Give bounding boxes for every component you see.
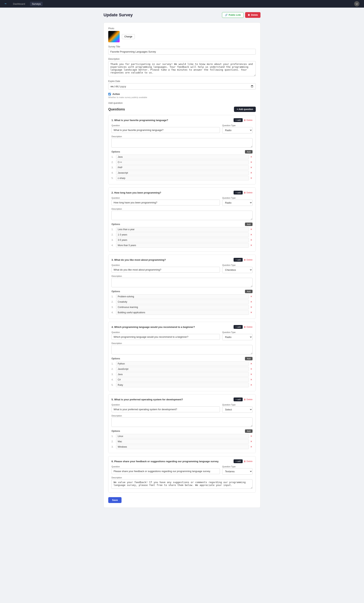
survey-title-input[interactable] [108,49,256,55]
delete-option-button[interactable]: × [250,435,253,438]
delete-option-button[interactable]: × [250,171,253,174]
question-input[interactable] [111,200,220,206]
active-checkbox[interactable] [108,93,111,95]
option-input[interactable] [116,232,249,237]
question-add-button[interactable]: + add [233,258,243,262]
delete-option-button[interactable]: × [250,445,253,448]
delete-option-button[interactable]: × [250,228,253,231]
question-block: 6. Please share your feedback or suggest… [108,456,256,493]
question-add-button[interactable]: + add [233,325,243,329]
delete-option-button[interactable]: × [250,378,253,381]
option-input[interactable] [116,160,249,164]
add-question-button[interactable]: + Add question [234,107,256,112]
option-input[interactable] [116,434,249,439]
delete-survey-button[interactable]: 🗑 Delete [245,12,261,18]
delete-option-button[interactable]: × [250,161,253,164]
question-input[interactable] [111,127,220,133]
delete-option-button[interactable]: × [250,306,253,309]
add-option-button[interactable]: Add [245,429,253,433]
nav-dashboard[interactable]: Dashboard [11,2,27,6]
delete-option-button[interactable]: × [250,373,253,376]
option-input[interactable] [116,361,249,366]
question-add-button[interactable]: + add [233,397,243,401]
add-question-link[interactable]: Add question [108,102,256,104]
photo-label: Photo [108,27,256,30]
option-number: 1. [111,435,115,438]
question-add-button[interactable]: + add [233,118,243,122]
expire-date-group: Expire Date [108,80,256,90]
question-delete-button[interactable]: 🗑 Delete [244,191,253,194]
delete-option-button[interactable]: × [250,244,253,247]
delete-option-button[interactable]: × [250,177,253,180]
option-input[interactable] [116,227,249,232]
question-input[interactable] [111,406,220,412]
option-input[interactable] [116,155,249,159]
description-textarea[interactable] [111,278,253,287]
delete-option-button[interactable]: × [250,311,253,314]
question-delete-button[interactable]: 🗑 Delete [244,326,253,328]
delete-option-button[interactable]: × [250,300,253,303]
description-textarea[interactable] [111,211,253,220]
delete-option-button[interactable]: × [250,295,253,298]
option-input[interactable] [116,372,249,377]
option-input[interactable] [116,310,249,315]
description-textarea[interactable] [111,138,253,148]
delete-option-button[interactable]: × [250,239,253,242]
question-add-button[interactable]: + add [233,191,243,195]
delete-option-button[interactable]: × [250,166,253,169]
option-input[interactable] [116,445,249,449]
option-input[interactable] [116,377,249,382]
user-avatar[interactable]: U [354,1,359,6]
add-option-button[interactable]: Add [245,357,253,360]
option-row: 4.× [111,377,253,382]
option-row: 3.× [111,165,253,170]
option-input[interactable] [116,439,249,444]
delete-option-button[interactable]: × [250,368,253,371]
option-row: 4.× [111,171,253,175]
option-input[interactable] [116,238,249,242]
option-input[interactable] [116,300,249,304]
question-delete-button[interactable]: 🗑 Delete [244,398,253,401]
option-input[interactable] [116,171,249,175]
expire-date-input[interactable] [108,83,256,90]
question-type-select[interactable]: RadioCheckboxSelectTextareaText [222,468,253,475]
option-input[interactable] [116,243,249,248]
delete-option-button[interactable]: × [250,383,253,386]
question-input[interactable] [111,334,220,340]
delete-option-button[interactable]: × [250,155,253,158]
question-type-select[interactable]: RadioCheckboxSelectTextareaText [222,334,253,340]
add-option-button[interactable]: Add [245,290,253,293]
description-textarea[interactable] [111,479,253,489]
add-option-button[interactable]: Add [245,150,253,153]
description-textarea[interactable] [111,345,253,354]
question-input[interactable] [111,267,220,273]
public-link-button[interactable]: 🔗 Public Link [222,12,244,18]
save-button[interactable]: Save [108,497,121,503]
question-type-select[interactable]: RadioCheckboxSelectTextareaText [222,127,253,133]
option-row: 3.× [111,372,253,377]
add-option-button[interactable]: Add [245,222,253,226]
question-delete-button[interactable]: 🗑 Delete [244,259,253,261]
question-input[interactable] [111,468,220,474]
option-row: 1.× [111,434,253,439]
option-input[interactable] [116,305,249,310]
description-textarea[interactable] [111,417,253,427]
question-delete-button[interactable]: 🗑 Delete [244,119,253,121]
question-type-select[interactable]: RadioCheckboxSelectTextareaText [222,267,253,273]
option-input[interactable] [116,383,249,387]
question-type-select[interactable]: RadioCheckboxSelectTextareaText [222,200,253,206]
option-input[interactable] [116,176,249,180]
question-add-button[interactable]: + add [233,459,243,463]
description-textarea[interactable] [108,61,256,76]
option-input[interactable] [116,165,249,170]
option-input[interactable] [116,294,249,299]
delete-option-button[interactable]: × [250,440,253,443]
change-photo-button[interactable]: Change [122,34,135,39]
delete-option-button[interactable]: × [250,362,253,365]
question-type-select[interactable]: RadioCheckboxSelectTextareaText [222,406,253,413]
option-input[interactable] [116,367,249,371]
delete-option-button[interactable]: × [250,233,253,236]
description-group: Description [108,58,256,77]
question-delete-button[interactable]: 🗑 Delete [244,460,253,462]
nav-surveys[interactable]: Surveys [30,2,43,6]
